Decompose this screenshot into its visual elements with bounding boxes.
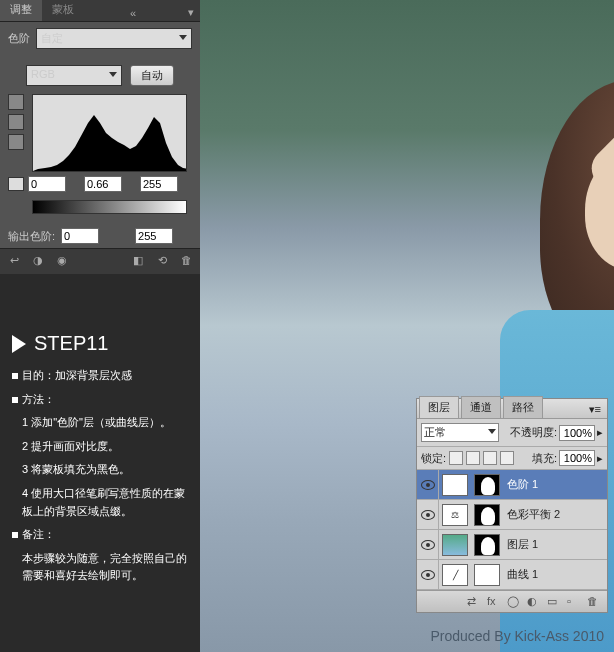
chevron-down-icon — [488, 429, 496, 434]
input-white-field[interactable] — [140, 176, 178, 192]
levels-adjustment-panel: 调整 蒙板 « ▾ 色阶 自定 RGB 自动 — [0, 0, 200, 274]
image-thumb[interactable] — [442, 534, 468, 556]
mask-icon[interactable]: ◯ — [507, 595, 521, 609]
layer-list: ┃╻╻ 色阶 1 ⚖ 色彩平衡 2 图层 1 ╱ 曲线 1 — [417, 470, 607, 590]
lock-position-icon[interactable] — [483, 451, 497, 465]
step-title: STEP11 — [12, 332, 188, 355]
visibility-icon[interactable] — [421, 510, 435, 520]
note-text: 本步骤较为随意，完全按照自己的需要和喜好去绘制即可。 — [12, 550, 188, 585]
layer-row[interactable]: ⚖ 色彩平衡 2 — [417, 500, 607, 530]
adjustment-type-label: 色阶 — [8, 31, 30, 46]
panel-menu-icon[interactable]: ▾ — [182, 4, 200, 21]
mask-thumb[interactable] — [474, 504, 500, 526]
chevron-down-icon — [179, 35, 187, 40]
tab-channels[interactable]: 通道 — [461, 396, 501, 418]
visibility-icon[interactable] — [421, 540, 435, 550]
layers-tab-bar: 图层 通道 路径 ▾≡ — [417, 399, 607, 419]
method-3: 3 将蒙板填充为黑色。 — [12, 461, 188, 479]
opacity-scrub-icon[interactable]: ▸ — [597, 426, 603, 439]
clip-icon[interactable]: ◧ — [130, 254, 146, 270]
layer-name: 曲线 1 — [507, 567, 538, 582]
layer-row[interactable]: ┃╻╻ 色阶 1 — [417, 470, 607, 500]
layer-name: 色彩平衡 2 — [507, 507, 560, 522]
tab-layers[interactable]: 图层 — [419, 396, 459, 418]
tab-paths[interactable]: 路径 — [503, 396, 543, 418]
output-label: 输出色阶: — [8, 229, 55, 244]
lock-pixels-icon[interactable] — [466, 451, 480, 465]
fill-field[interactable] — [559, 450, 595, 466]
layer-row[interactable]: ╱ 曲线 1 — [417, 560, 607, 590]
mask-thumb[interactable] — [474, 474, 500, 496]
link-icon[interactable]: ⇄ — [467, 595, 481, 609]
panel-tab-bar: 调整 蒙板 « ▾ — [0, 0, 200, 22]
auto-button[interactable]: 自动 — [130, 65, 174, 86]
black-point-eyedropper-icon[interactable] — [8, 94, 24, 110]
tab-adjustments[interactable]: 调整 — [0, 0, 42, 21]
layers-panel: 图层 通道 路径 ▾≡ 正常 不透明度: ▸ 锁定: 填充: ▸ ┃╻╻ 色阶 … — [416, 398, 608, 613]
new-layer-icon[interactable]: ▫ — [567, 595, 581, 609]
gray-point-eyedropper-icon[interactable] — [8, 114, 24, 130]
mask-thumb[interactable] — [474, 564, 500, 586]
white-point-eyedropper-icon[interactable] — [8, 134, 24, 150]
tutorial-step: STEP11 目的：加深背景层次感 方法： 1 添加"色阶"层（或曲线层）。 2… — [0, 320, 200, 603]
visibility-icon[interactable] — [421, 570, 435, 580]
layers-footer: ⇄ fx ◯ ◐ ▭ ▫ 🗑 — [417, 590, 607, 612]
adjustment-thumb[interactable]: ╱ — [442, 564, 468, 586]
play-icon — [12, 335, 26, 353]
input-black-field[interactable] — [28, 176, 66, 192]
lock-transparency-icon[interactable] — [449, 451, 463, 465]
adjustment-thumb[interactable]: ⚖ — [442, 504, 468, 526]
group-icon[interactable]: ▭ — [547, 595, 561, 609]
mask-thumb[interactable] — [474, 534, 500, 556]
goal-text: 加深背景层次感 — [55, 369, 132, 381]
layer-name: 图层 1 — [507, 537, 538, 552]
tab-masks[interactable]: 蒙板 — [42, 0, 84, 21]
opacity-field[interactable] — [559, 425, 595, 441]
opacity-label: 不透明度: — [510, 425, 557, 440]
watermark: Produced By Kick-Ass 2010 — [430, 628, 604, 644]
note-label: 备注： — [22, 528, 55, 540]
reset-icon[interactable]: ⟲ — [154, 254, 170, 270]
lock-all-icon[interactable] — [500, 451, 514, 465]
panel-menu-icon[interactable]: ▾≡ — [583, 401, 607, 418]
input-mid-field[interactable] — [84, 176, 122, 192]
delete-icon[interactable]: 🗑 — [587, 595, 601, 609]
fill-label: 填充: — [532, 451, 557, 466]
channel-dropdown[interactable]: RGB — [26, 65, 122, 86]
layer-name: 色阶 1 — [507, 477, 538, 492]
method-4: 4 使用大口径笔刷写意性质的在蒙板上的背景区域点缀。 — [12, 485, 188, 520]
histogram-chart[interactable] — [32, 94, 187, 172]
output-white-field[interactable] — [135, 228, 173, 244]
lock-label: 锁定: — [421, 451, 446, 466]
return-icon[interactable]: ↩ — [6, 254, 22, 270]
toggle-icon[interactable]: ◑ — [30, 254, 46, 270]
panel-footer: ↩ ◑ ◉ ◧ ⟲ 🗑 — [0, 248, 200, 274]
blend-mode-dropdown[interactable]: 正常 — [421, 423, 499, 442]
method-1: 1 添加"色阶"层（或曲线层）。 — [12, 414, 188, 432]
chevron-down-icon — [109, 72, 117, 77]
output-black-field[interactable] — [61, 228, 99, 244]
goal-label: 目的： — [22, 369, 55, 381]
fx-icon[interactable]: fx — [487, 595, 501, 609]
svg-marker-0 — [33, 115, 187, 171]
adjustment-icon[interactable]: ◐ — [527, 595, 541, 609]
adjustment-thumb[interactable]: ┃╻╻ — [442, 474, 468, 496]
eyedropper-tools — [8, 94, 26, 172]
delete-icon[interactable]: 🗑 — [178, 254, 194, 270]
fill-scrub-icon[interactable]: ▸ — [597, 452, 603, 465]
method-label: 方法： — [22, 393, 55, 405]
output-gradient[interactable] — [32, 200, 187, 214]
layer-row[interactable]: 图层 1 — [417, 530, 607, 560]
view-icon[interactable]: ◉ — [54, 254, 70, 270]
clip-highlights-icon[interactable] — [8, 177, 24, 191]
panel-collapse-icon[interactable]: « — [124, 5, 142, 21]
visibility-icon[interactable] — [421, 480, 435, 490]
method-2: 2 提升画面对比度。 — [12, 438, 188, 456]
preset-dropdown[interactable]: 自定 — [36, 28, 192, 49]
